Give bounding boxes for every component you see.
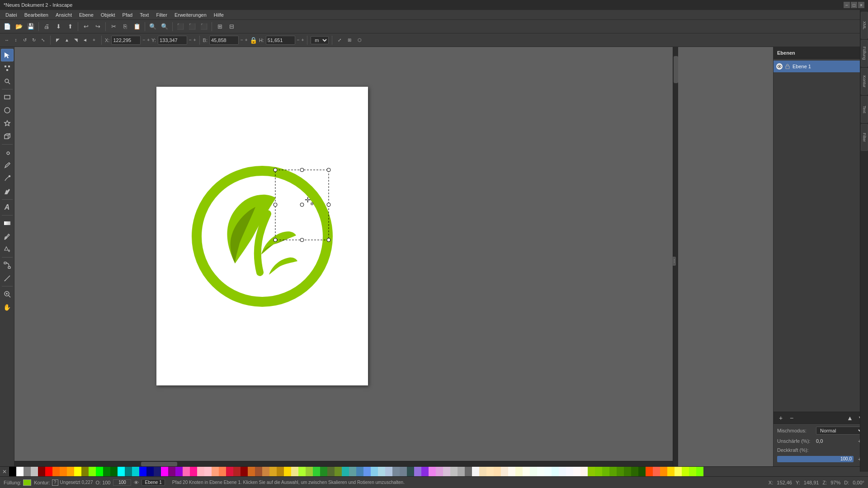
palette-color[interactable] <box>458 467 465 477</box>
palette-color[interactable] <box>443 467 450 477</box>
palette-color[interactable] <box>233 467 241 477</box>
open-button[interactable]: 📂 <box>14 21 24 32</box>
star-tool[interactable] <box>1 117 14 130</box>
palette-color[interactable] <box>479 467 486 477</box>
y-input[interactable] <box>158 36 187 45</box>
minimize-button[interactable]: − <box>844 2 850 8</box>
calligraphy-tool[interactable] <box>1 185 14 198</box>
add-layer-button[interactable]: + <box>776 413 785 422</box>
menu-item-erweiterungen[interactable]: Erweiterungen <box>171 11 210 19</box>
palette-color[interactable] <box>219 467 226 477</box>
side-tab-xml[interactable]: XML <box>861 12 868 39</box>
palette-color[interactable] <box>523 467 530 477</box>
fill-color-swatch[interactable] <box>23 479 31 486</box>
palette-color[interactable] <box>118 467 125 477</box>
palette-color[interactable] <box>544 467 552 477</box>
y-step-minus[interactable]: − <box>189 38 192 42</box>
palette-color[interactable] <box>175 467 183 477</box>
palette-color[interactable] <box>472 467 479 477</box>
dropper-tool[interactable] <box>1 230 14 243</box>
zoom-in-button[interactable]: 🔍 <box>147 21 158 32</box>
menu-item-pfad[interactable]: Pfad <box>119 11 137 19</box>
menu-item-ansicht[interactable]: Ansicht <box>52 11 75 19</box>
new-button[interactable]: 📄 <box>2 21 13 32</box>
palette-color[interactable] <box>436 467 443 477</box>
palette-color[interactable] <box>335 467 342 477</box>
hand-tool[interactable]: ✋ <box>1 301 14 314</box>
side-tab-text[interactable]: Text <box>861 96 868 123</box>
export-button[interactable]: ⬆ <box>65 21 75 32</box>
no-color-swatch[interactable]: ✕ <box>0 467 9 477</box>
palette-color[interactable] <box>371 467 378 477</box>
paint-bucket-tool[interactable] <box>1 243 14 256</box>
palette-color[interactable] <box>537 467 544 477</box>
palette-color[interactable] <box>313 467 320 477</box>
y-step-plus[interactable]: + <box>193 38 196 42</box>
connector-tool[interactable] <box>1 259 14 272</box>
menu-item-datei[interactable]: Datei <box>2 11 21 19</box>
palette-color[interactable] <box>161 467 168 477</box>
palette-color[interactable] <box>226 467 233 477</box>
zoom-tool[interactable] <box>1 75 14 88</box>
palette-color[interactable] <box>653 467 660 477</box>
palette-color[interactable] <box>248 467 255 477</box>
menu-item-ebene[interactable]: Ebene <box>75 11 97 19</box>
palette-color[interactable] <box>45 467 52 477</box>
palette-color[interactable] <box>667 467 675 477</box>
palette-color[interactable] <box>89 467 96 477</box>
palette-color[interactable] <box>9 467 16 477</box>
layer-visibility-toggle[interactable] <box>776 63 783 70</box>
align-mc-button[interactable]: + <box>90 36 98 44</box>
align-tl-button[interactable]: ◤ <box>54 36 62 44</box>
palette-color[interactable] <box>385 467 392 477</box>
palette-color[interactable] <box>646 467 653 477</box>
layer-up-button[interactable]: ▲ <box>845 413 854 422</box>
palette-color[interactable] <box>190 467 197 477</box>
palette-color[interactable] <box>81 467 89 477</box>
nodes-button[interactable]: ⬡ <box>355 36 363 44</box>
w-step-minus[interactable]: − <box>241 38 243 42</box>
layer-row[interactable]: Ebene 1 <box>774 61 868 72</box>
palette-color[interactable] <box>421 467 429 477</box>
palette-color[interactable] <box>168 467 175 477</box>
group-button[interactable]: ⊞ <box>214 21 225 32</box>
align-tc-button[interactable]: ▲ <box>63 36 71 44</box>
palette-color[interactable] <box>291 467 298 477</box>
palette-color[interactable] <box>552 467 559 477</box>
palette-color[interactable] <box>378 467 385 477</box>
palette-color[interactable] <box>154 467 161 477</box>
palette-color[interactable] <box>400 467 407 477</box>
palette-color[interactable] <box>414 467 421 477</box>
palette-color[interactable] <box>638 467 646 477</box>
palette-color[interactable] <box>624 467 631 477</box>
pencil-tool[interactable] <box>1 159 14 172</box>
palette-color[interactable] <box>269 467 277 477</box>
spiral-tool[interactable] <box>1 146 14 159</box>
palette-color[interactable] <box>277 467 284 477</box>
palette-color[interactable] <box>139 467 146 477</box>
side-tab-füllung[interactable]: Füllung <box>861 40 868 67</box>
palette-color[interactable] <box>16 467 24 477</box>
palette-color[interactable] <box>609 467 617 477</box>
menu-item-bearbeiten[interactable]: Bearbeiten <box>21 11 52 19</box>
align-right-button[interactable]: ⬛ <box>198 21 209 32</box>
palette-color[interactable] <box>298 467 306 477</box>
align-tr-button[interactable]: ◥ <box>72 36 80 44</box>
align-dialog-button[interactable]: ⊞ <box>345 36 354 44</box>
w-step-plus[interactable]: + <box>245 38 248 42</box>
palette-color[interactable] <box>327 467 335 477</box>
palette-color[interactable] <box>631 467 638 477</box>
panel-divider-toggle[interactable]: ⋮ <box>672 257 676 266</box>
palette-color[interactable] <box>96 467 103 477</box>
measure-tool[interactable] <box>1 272 14 285</box>
palette-color[interactable] <box>429 467 436 477</box>
palette-color[interactable] <box>602 467 609 477</box>
palette-color[interactable] <box>465 467 472 477</box>
palette-color[interactable] <box>306 467 313 477</box>
palette-color[interactable] <box>689 467 696 477</box>
x-step-plus[interactable]: + <box>147 38 150 42</box>
side-tab-kontur[interactable]: Kontur <box>861 68 868 95</box>
maximize-button[interactable]: □ <box>851 2 857 8</box>
layer-indicator[interactable]: Ebene 1 <box>142 479 165 486</box>
flip-h-button[interactable]: ↔ <box>3 36 11 44</box>
